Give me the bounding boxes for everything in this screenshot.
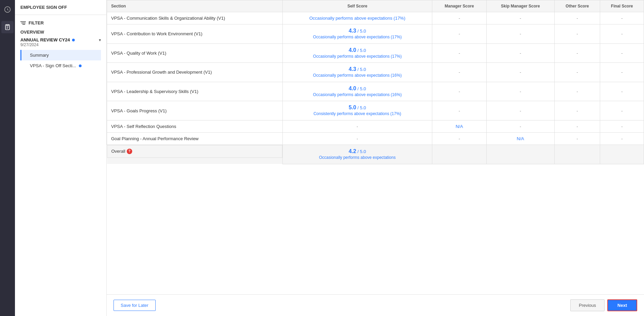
overview-title: OVERVIEW xyxy=(20,30,101,35)
save-for-later-button[interactable]: Save for Later xyxy=(114,300,156,311)
table-row: VPSA - Quality of Work (V1) 4.0 / 5.0 Oc… xyxy=(107,43,644,63)
table-row: VPSA - Self Reflection Questions - N/A -… xyxy=(107,120,644,132)
final-score-cell: - xyxy=(600,63,644,82)
table-container: Section Self Score Manager Score Skip Ma… xyxy=(107,0,644,294)
self-score-cell: 4.0 / 5.0 Occasionally performs above ex… xyxy=(282,43,432,63)
other-score-cell: - xyxy=(555,63,600,82)
review-date: 9/27/2024 xyxy=(20,42,101,47)
section-name: Goal Planning - Annual Performance Revie… xyxy=(107,132,283,145)
overall-manager-cell xyxy=(432,145,486,164)
table-row: VPSA - Professional Growth and Developme… xyxy=(107,63,644,82)
table-header-row: Section Self Score Manager Score Skip Ma… xyxy=(107,0,644,12)
other-score-cell: - xyxy=(555,82,600,101)
other-score-cell: - xyxy=(555,132,600,145)
other-score-cell: - xyxy=(555,101,600,120)
skip-manager-score-cell: - xyxy=(486,120,554,132)
overall-score-cell: 4.2 / 5.0 Occasionally performs above ex… xyxy=(282,145,432,164)
skip-manager-score-cell: N/A xyxy=(486,132,554,145)
table-row: VPSA - Communication Skills & Organizati… xyxy=(107,12,644,24)
sidebar-nav-items: Summary VPSA - Sign Off Secti... xyxy=(20,50,101,71)
employee-sign-off-title: EMPLOYEE SIGN OFF xyxy=(20,5,67,10)
final-score-cell: - xyxy=(600,101,644,120)
other-score-cell: - xyxy=(555,43,600,63)
help-icon: ? xyxy=(127,149,132,154)
review-active-dot xyxy=(72,39,75,41)
icon-sidebar xyxy=(0,0,15,316)
manager-score-cell: - xyxy=(432,43,486,63)
self-score-cell: - xyxy=(282,132,432,145)
self-score-cell: 5.0 / 5.0 Consistently performs above ex… xyxy=(282,101,432,120)
section-name: VPSA - Communication Skills & Organizati… xyxy=(107,12,283,24)
skip-manager-score-cell: - xyxy=(486,24,554,44)
manager-score-cell: N/A xyxy=(432,120,486,132)
col-section: Section xyxy=(107,0,283,12)
col-skip-manager-score: Skip Manager Score xyxy=(486,0,554,12)
manager-score-cell: - xyxy=(432,24,486,44)
manager-score-cell: - xyxy=(432,132,486,145)
sidebar-header: EMPLOYEE SIGN OFF xyxy=(15,0,106,15)
table-row: Goal Planning - Annual Performance Revie… xyxy=(107,132,644,145)
table-row: VPSA - Goals Progress (V1) 5.0 / 5.0 Con… xyxy=(107,101,644,120)
manager-score-cell: - xyxy=(432,82,486,101)
col-other-score: Other Score xyxy=(555,0,600,12)
footer-navigation: Previous Next xyxy=(570,299,637,311)
next-button[interactable]: Next xyxy=(607,299,637,311)
final-score-cell: - xyxy=(600,43,644,63)
main-content: Section Self Score Manager Score Skip Ma… xyxy=(107,0,644,316)
nav-sidebar: EMPLOYEE SIGN OFF FILTER OVERVIEW ANNUAL… xyxy=(15,0,107,316)
filter-icon xyxy=(20,21,26,25)
vpsa-active-dot xyxy=(79,64,82,67)
section-name: VPSA - Quality of Work (V1) xyxy=(107,43,283,63)
col-self-score: Self Score xyxy=(282,0,432,12)
filter-label: FILTER xyxy=(29,20,44,25)
sidebar-item-label: VPSA - Sign Off Secti... xyxy=(30,63,76,68)
final-score-cell: - xyxy=(600,120,644,132)
overall-other-cell xyxy=(555,145,600,164)
overview-section: FILTER OVERVIEW ANNUAL REVIEW CY24 ▾ 9/2… xyxy=(15,15,106,74)
col-manager-score: Manager Score xyxy=(432,0,486,12)
sidebar-item-summary[interactable]: Summary xyxy=(20,50,101,60)
skip-manager-score-cell: - xyxy=(486,82,554,101)
self-score-cell: 4.0 / 5.0 Occasionally performs above ex… xyxy=(282,82,432,101)
self-score-cell: 4.3 / 5.0 Occasionally performs above ex… xyxy=(282,63,432,82)
overall-row: Overall ? 4.2 / 5.0 Occasionally perform… xyxy=(107,145,644,164)
overall-final-cell xyxy=(600,145,644,164)
manager-score-cell: - xyxy=(432,101,486,120)
table-row: VPSA - Leadership & Supervisory Skills (… xyxy=(107,82,644,101)
col-final-score: Final Score xyxy=(600,0,644,12)
section-name: VPSA - Goals Progress (V1) xyxy=(107,101,283,120)
final-score-cell: - xyxy=(600,82,644,101)
skip-manager-score-cell: - xyxy=(486,12,554,24)
final-score-cell: - xyxy=(600,132,644,145)
clipboard-icon-btn[interactable] xyxy=(1,21,14,33)
table-row: VPSA - Contribution to Work Environment … xyxy=(107,24,644,44)
section-name: VPSA - Leadership & Supervisory Skills (… xyxy=(107,82,283,101)
scores-table: Section Self Score Manager Score Skip Ma… xyxy=(107,0,644,164)
review-title: ANNUAL REVIEW CY24 xyxy=(20,37,75,42)
manager-score-cell: - xyxy=(432,12,486,24)
footer: Save for Later Previous Next xyxy=(107,294,644,316)
chevron-down-icon[interactable]: ▾ xyxy=(99,38,101,42)
final-score-cell: - xyxy=(600,12,644,24)
section-name: VPSA - Professional Growth and Developme… xyxy=(107,63,283,82)
final-score-cell: - xyxy=(600,24,644,44)
overall-skip-manager-cell xyxy=(486,145,554,164)
self-score-cell: Occasionally performs above expectations… xyxy=(282,12,432,24)
overall-label: Overall ? xyxy=(107,145,282,158)
manager-score-cell: - xyxy=(432,63,486,82)
other-score-cell: - xyxy=(555,24,600,44)
skip-manager-score-cell: - xyxy=(486,63,554,82)
self-score-cell: - xyxy=(282,120,432,132)
home-icon-btn[interactable] xyxy=(1,3,14,16)
skip-manager-score-cell: - xyxy=(486,43,554,63)
sidebar-item-vpsa-signoff[interactable]: VPSA - Sign Off Secti... xyxy=(20,60,101,71)
sidebar-item-label: Summary xyxy=(30,53,49,58)
section-name: VPSA - Contribution to Work Environment … xyxy=(107,24,283,44)
skip-manager-score-cell: - xyxy=(486,101,554,120)
self-score-cell: 4.3 / 5.0 Occasionally performs above ex… xyxy=(282,24,432,44)
previous-button[interactable]: Previous xyxy=(570,299,605,311)
other-score-cell: - xyxy=(555,12,600,24)
other-score-cell: - xyxy=(555,120,600,132)
section-name: VPSA - Self Reflection Questions xyxy=(107,120,283,132)
